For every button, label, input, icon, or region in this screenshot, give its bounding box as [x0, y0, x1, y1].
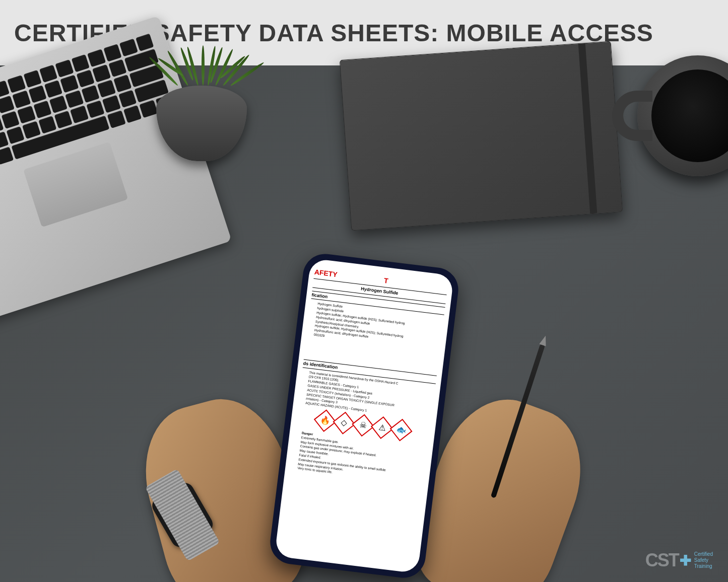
- smartwatch: [149, 480, 216, 550]
- logo-text: Certified Safety Training: [694, 551, 713, 569]
- pot-body: [156, 86, 247, 161]
- pen-tip: [539, 335, 549, 346]
- ghs-exclamation-icon: ⚠: [370, 416, 393, 439]
- logo-abbrev: CST: [645, 550, 679, 571]
- coffee-mug: [637, 55, 728, 176]
- ghs-skull-icon: ☠: [352, 414, 374, 437]
- ghs-cylinder-icon: ◇: [333, 412, 355, 434]
- ghs-flame-icon: 🔥: [313, 409, 336, 432]
- watch-band: [145, 469, 220, 561]
- phone-screen[interactable]: AFETY T Hydrogen Sulfide fication Hydrog…: [274, 258, 454, 573]
- cst-logo: CST ✚ Certified Safety Training: [645, 550, 713, 571]
- notebook-band: [578, 43, 598, 213]
- mug-handle: [612, 91, 652, 141]
- plus-icon: ✚: [680, 552, 691, 569]
- ghs-environment-icon: 🐟: [389, 419, 412, 442]
- mug-inner: [651, 69, 728, 162]
- hands-area: AFETY T Hydrogen Sulfide fication Hydrog…: [138, 230, 591, 582]
- desk-scene: AFETY T Hydrogen Sulfide fication Hydrog…: [0, 65, 728, 582]
- notebook: [340, 41, 623, 231]
- plant: [141, 45, 262, 161]
